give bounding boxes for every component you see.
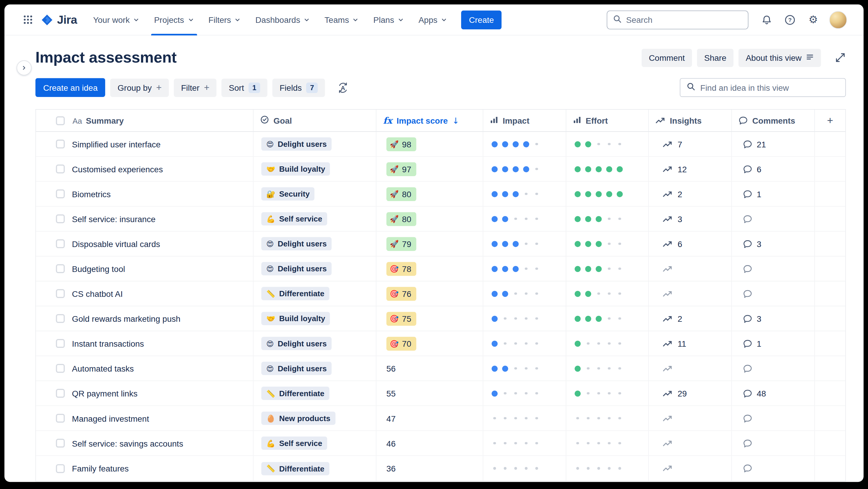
table-row[interactable]: CS chatbot AI 📏 Differentiate 🎯 76 bbox=[36, 281, 845, 306]
impact-score-cell[interactable]: 56 bbox=[376, 356, 483, 380]
impact-score-cell[interactable]: 46 bbox=[376, 431, 483, 455]
comments-cell[interactable] bbox=[732, 456, 815, 481]
comments-cell[interactable]: 1 bbox=[732, 331, 815, 355]
impact-score-cell[interactable]: 🎯 78 bbox=[376, 257, 483, 281]
effort-rating-cell[interactable] bbox=[566, 257, 649, 281]
comments-cell[interactable] bbox=[732, 257, 815, 281]
nav-item-filters[interactable]: Filters bbox=[201, 4, 248, 35]
insights-cell[interactable]: 2 bbox=[649, 182, 732, 206]
insights-cell[interactable] bbox=[649, 456, 732, 481]
settings-gear-icon[interactable]: ⚙ bbox=[804, 10, 823, 29]
effort-rating-cell[interactable] bbox=[566, 331, 649, 355]
insights-cell[interactable]: 6 bbox=[649, 232, 732, 256]
row-checkbox[interactable] bbox=[56, 289, 65, 298]
row-checkbox[interactable] bbox=[56, 339, 65, 348]
insights-cell[interactable] bbox=[649, 431, 732, 455]
impact-score-cell[interactable]: 🚀 79 bbox=[376, 232, 483, 256]
jira-logo[interactable]: Jira bbox=[41, 13, 77, 26]
impact-score-cell[interactable]: 🚀 98 bbox=[376, 132, 483, 156]
fields-button[interactable]: Fields 7 bbox=[272, 78, 325, 97]
impact-rating-cell[interactable] bbox=[483, 257, 566, 281]
auto-sort-icon[interactable]: A bbox=[332, 78, 353, 97]
impact-rating-cell[interactable] bbox=[483, 456, 566, 481]
comments-cell[interactable]: 21 bbox=[732, 132, 815, 156]
effort-rating-cell[interactable] bbox=[566, 281, 649, 306]
goal-cell[interactable]: 📏 Differentiate bbox=[254, 281, 377, 306]
nav-item-dashboards[interactable]: Dashboards bbox=[248, 4, 317, 35]
summary-cell[interactable]: Managed investment bbox=[36, 406, 253, 430]
goal-cell[interactable]: 😍 Delight users bbox=[254, 232, 377, 256]
summary-cell[interactable]: Customised experiences bbox=[36, 157, 253, 181]
row-checkbox[interactable] bbox=[56, 140, 65, 149]
goal-cell[interactable]: 😍 Delight users bbox=[254, 257, 377, 281]
about-this-view-button[interactable]: About this view bbox=[739, 48, 821, 67]
goal-cell[interactable]: 😍 Delight users bbox=[254, 356, 377, 380]
effort-rating-cell[interactable] bbox=[566, 157, 649, 181]
nav-item-plans[interactable]: Plans bbox=[366, 4, 411, 35]
summary-cell[interactable]: Biometrics bbox=[36, 182, 253, 206]
table-row[interactable]: Family features 📏 Differentiate 36 bbox=[36, 456, 845, 481]
share-button[interactable]: Share bbox=[697, 48, 734, 67]
column-header-impact[interactable]: Impact bbox=[483, 110, 566, 132]
group-by-button[interactable]: Group by + bbox=[110, 78, 168, 97]
row-checkbox[interactable] bbox=[56, 165, 65, 173]
column-header-impact-score[interactable]: fx Impact score ↓ bbox=[376, 110, 483, 132]
summary-cell[interactable]: Gold rewards marketing push bbox=[36, 306, 253, 330]
impact-score-cell[interactable]: 55 bbox=[376, 381, 483, 405]
insights-cell[interactable]: 12 bbox=[649, 157, 732, 181]
sidebar-expand-button[interactable] bbox=[17, 60, 31, 75]
summary-cell[interactable]: Self service: savings accounts bbox=[36, 431, 253, 455]
table-row[interactable]: Self service: insurance 💪 Self service 🚀… bbox=[36, 207, 845, 232]
table-row[interactable]: Managed investment 🥚 New products 47 bbox=[36, 406, 845, 431]
impact-rating-cell[interactable] bbox=[483, 281, 566, 306]
row-checkbox[interactable] bbox=[56, 464, 65, 473]
app-switcher-icon[interactable] bbox=[19, 11, 37, 28]
table-row[interactable]: Disposable virtual cards 😍 Delight users… bbox=[36, 232, 845, 257]
user-avatar[interactable] bbox=[829, 11, 847, 28]
summary-cell[interactable]: Automated tasks bbox=[36, 356, 253, 380]
impact-rating-cell[interactable] bbox=[483, 381, 566, 405]
comments-cell[interactable] bbox=[732, 281, 815, 306]
impact-score-cell[interactable]: 🚀 80 bbox=[376, 207, 483, 231]
effort-rating-cell[interactable] bbox=[566, 406, 649, 430]
comments-cell[interactable]: 3 bbox=[732, 306, 815, 330]
insights-cell[interactable]: 7 bbox=[649, 132, 732, 156]
fullscreen-expand-icon[interactable] bbox=[835, 52, 846, 63]
comments-cell[interactable] bbox=[732, 406, 815, 430]
impact-rating-cell[interactable] bbox=[483, 306, 566, 330]
insights-cell[interactable]: 11 bbox=[649, 331, 732, 355]
effort-rating-cell[interactable] bbox=[566, 381, 649, 405]
effort-rating-cell[interactable] bbox=[566, 207, 649, 231]
insights-cell[interactable] bbox=[649, 281, 732, 306]
impact-rating-cell[interactable] bbox=[483, 406, 566, 430]
table-row[interactable]: Gold rewards marketing push 🤝 Build loya… bbox=[36, 306, 845, 331]
impact-score-cell[interactable]: 🎯 75 bbox=[376, 306, 483, 330]
row-checkbox[interactable] bbox=[56, 214, 65, 223]
impact-rating-cell[interactable] bbox=[483, 157, 566, 181]
effort-rating-cell[interactable] bbox=[566, 182, 649, 206]
table-row[interactable]: Customised experiences 🤝 Build loyalty 🚀… bbox=[36, 157, 845, 182]
goal-cell[interactable]: 🤝 Build loyalty bbox=[254, 157, 377, 181]
summary-cell[interactable]: QR payment links bbox=[36, 381, 253, 405]
nav-item-apps[interactable]: Apps bbox=[411, 4, 455, 35]
table-row[interactable]: Self service: savings accounts 💪 Self se… bbox=[36, 431, 845, 456]
goal-cell[interactable]: 🔐 Security bbox=[254, 182, 377, 206]
nav-item-teams[interactable]: Teams bbox=[317, 4, 366, 35]
goal-cell[interactable]: 📏 Differentiate bbox=[254, 381, 377, 405]
impact-rating-cell[interactable] bbox=[483, 431, 566, 455]
sort-button[interactable]: Sort 1 bbox=[222, 78, 268, 97]
column-header-comments[interactable]: Comments bbox=[732, 110, 815, 132]
summary-cell[interactable]: Self service: insurance bbox=[36, 207, 253, 231]
goal-cell[interactable]: 💪 Self service bbox=[254, 431, 377, 455]
select-all-checkbox[interactable] bbox=[56, 116, 65, 125]
search-input[interactable] bbox=[626, 15, 742, 24]
column-header-goal[interactable]: Goal bbox=[254, 110, 377, 132]
effort-rating-cell[interactable] bbox=[566, 232, 649, 256]
impact-rating-cell[interactable] bbox=[483, 182, 566, 206]
effort-rating-cell[interactable] bbox=[566, 356, 649, 380]
row-checkbox[interactable] bbox=[56, 414, 65, 423]
effort-rating-cell[interactable] bbox=[566, 456, 649, 481]
insights-cell[interactable] bbox=[649, 356, 732, 380]
create-idea-button[interactable]: Create an idea bbox=[36, 78, 105, 97]
goal-cell[interactable]: 😍 Delight users bbox=[254, 331, 377, 355]
